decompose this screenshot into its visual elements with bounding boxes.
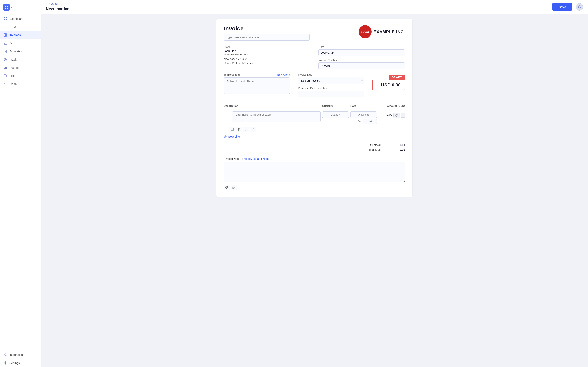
sidebar-item-label: Integrations [9,353,24,356]
tag-tool-button[interactable] [250,127,256,132]
link-tool-button[interactable] [243,127,249,132]
from-name: John Doe [224,49,310,53]
sidebar-item-settings[interactable]: Settings [0,359,41,367]
sidebar-nav: Dashboard CRM Invoices Bills [0,15,41,367]
notes-attachment-button[interactable] [224,184,230,190]
invoice-summary-input[interactable] [224,34,310,41]
sidebar-item-dashboard[interactable]: Dashboard [0,15,41,23]
sidebar-item-label: CRM [9,25,16,29]
amount-cell: 0.00 ▾ [379,111,405,118]
draft-badge: DRAFT [389,75,405,80]
line-item-row: ⋮⋮ Per 0.00 [224,110,405,126]
quantity-cell [322,111,349,118]
draft-badge-area: DRAFT USD 0.00 [372,75,405,90]
quantity-input[interactable] [322,111,349,118]
invoice-title: Invoice [224,25,310,32]
svg-rect-23 [5,67,6,69]
per-unit-row: Per [350,119,377,124]
sidebar-item-label: Trash [9,82,17,86]
modify-note-link[interactable]: Modify Default Note [243,157,269,160]
invoice-due-select[interactable]: Due on Receipt Net 15 Net 30 Net 60 Cust… [298,77,364,84]
invoice-due-group: Invoice Due Due on Receipt Net 15 Net 30… [298,73,364,84]
svg-rect-24 [6,67,7,69]
sidebar-item-track[interactable]: Track [0,55,41,64]
gear-dropdown-button[interactable]: ▾ [401,113,405,118]
bills-icon [3,41,7,45]
main-content: ‹ INVOICES New Invoice Save Invoice LOGO [41,0,588,367]
new-line-plus-icon: ⊕ [224,135,227,138]
attachment-tool-button[interactable] [236,127,242,132]
sidebar-item-integrations[interactable]: Integrations [0,351,41,359]
from-addr1: 2425 Redwood Drive [224,53,310,57]
dashboard-icon [3,17,7,21]
topbar-left: ‹ INVOICES New Invoice [46,2,69,11]
sidebar-item-label: Reports [9,66,19,69]
from-date-section: From John Doe 2425 Redwood Drive New Yor… [224,45,405,69]
topbar-right: Save [552,3,583,11]
breadcrumb[interactable]: ‹ INVOICES [46,2,69,6]
sidebar-item-files[interactable]: Files [0,72,41,80]
to-header: To (Required) New Client [224,73,290,76]
invoices-icon [3,33,7,37]
to-label: To (Required) [224,73,240,76]
svg-rect-0 [5,6,6,7]
sidebar-item-invoices[interactable]: Invoices [0,31,41,39]
table-tool-button[interactable] [229,127,235,132]
gear-button[interactable] [393,113,400,118]
notes-tools [224,184,405,190]
per-label: Per [357,120,361,123]
svg-rect-7 [6,19,7,20]
sidebar-item-crm[interactable]: CRM [0,23,41,31]
breadcrumb-arrow-icon: ‹ [46,2,47,6]
sidebar-item-estimates[interactable]: Estimates [0,47,41,55]
description-tools [224,127,405,132]
rate-col-header: Rate [350,104,377,108]
notes-label: Invoice Notes ( Modify Default Note ) [224,157,405,160]
unit-price-input[interactable] [350,111,377,118]
from-label: From [224,45,310,49]
sidebar-logo[interactable]: ▾ [0,2,41,15]
description-input[interactable] [232,111,320,122]
sidebar-item-reports[interactable]: Reports [0,64,41,72]
svg-point-28 [579,6,580,7]
estimates-icon [3,49,7,53]
svg-rect-9 [4,27,7,27]
svg-rect-1 [7,6,8,7]
dropdown-arrow-icon: ▾ [11,6,12,9]
invoice-card: Invoice LOGO EXAMPLE INC. From John Doe … [216,19,412,197]
invoice-number-group: Invoice Number [319,58,405,69]
invoice-number-input[interactable] [319,62,405,69]
sidebar-item-trash[interactable]: Trash [0,80,41,88]
unit-input[interactable] [363,119,377,124]
description-col-header: Description [224,104,320,108]
company-name: EXAMPLE INC. [374,30,405,34]
totals-section: Subtotal 0.00 Total Due 0.00 [224,143,405,151]
company-logo-circle: LOGO [359,25,372,38]
new-line-button[interactable]: ⊕ New Line [224,133,240,140]
sidebar-item-label: Settings [9,361,20,365]
svg-rect-22 [4,68,5,69]
sidebar-item-label: Files [9,74,16,77]
due-po-section: Invoice Due Due on Receipt Net 15 Net 30… [298,73,364,97]
save-button[interactable]: Save [552,3,572,11]
po-number-input[interactable] [298,91,364,97]
date-label: Date [319,45,405,49]
new-client-button[interactable]: New Client [277,73,290,76]
app-logo-icon [3,4,10,11]
from-section: From John Doe 2425 Redwood Drive New Yor… [224,45,310,69]
from-addr2: New York NY 10004 [224,57,310,61]
svg-point-25 [5,354,6,355]
notes-link-button[interactable] [231,184,237,190]
track-icon [3,58,7,62]
sidebar-item-bills[interactable]: Bills [0,39,41,47]
svg-point-29 [396,115,397,116]
svg-rect-6 [4,19,5,20]
amount-col-header: Amount (USD) [379,104,405,108]
user-avatar[interactable] [576,3,583,11]
notes-textarea[interactable] [224,162,405,183]
date-input[interactable] [319,49,405,56]
content-area: Invoice LOGO EXAMPLE INC. From John Doe … [41,14,588,367]
drag-handle-icon[interactable]: ⋮⋮ [224,111,230,117]
invoice-header: Invoice LOGO EXAMPLE INC. [224,25,405,41]
client-name-input[interactable] [224,77,290,94]
